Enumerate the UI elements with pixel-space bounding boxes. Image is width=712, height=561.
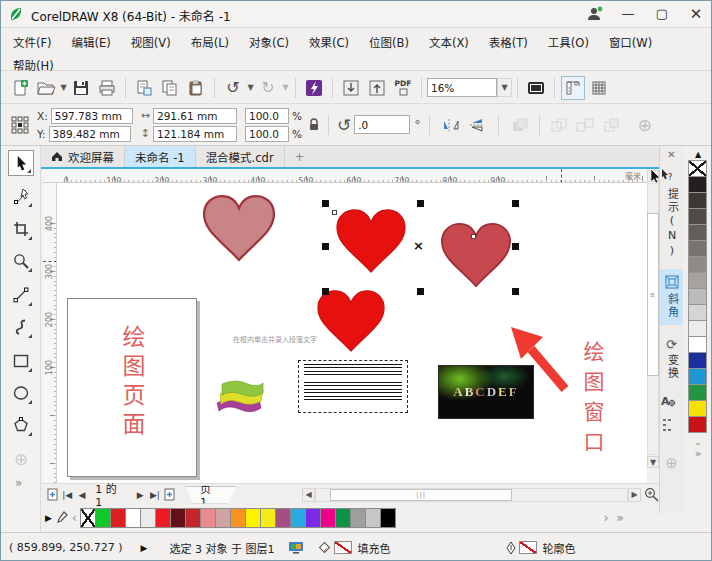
selection-handle[interactable] [322, 243, 329, 250]
zoom-level-input[interactable]: 16% [427, 78, 497, 97]
search-content-icon[interactable] [302, 76, 326, 100]
color-swatch[interactable] [170, 508, 186, 528]
object-styles-icon[interactable] [660, 418, 683, 432]
export-icon[interactable] [365, 76, 389, 100]
show-rulers-icon[interactable] [561, 76, 585, 100]
mirror-horizontal-icon[interactable] [439, 113, 463, 137]
ellipse-tool[interactable] [8, 380, 34, 406]
last-page-button[interactable]: ▶| [148, 487, 163, 502]
fullscreen-preview-icon[interactable] [524, 76, 548, 100]
open-dropdown-caret[interactable]: ▼ [59, 83, 68, 92]
add-docker-button[interactable]: ⊕ [660, 454, 683, 472]
color-swatch[interactable] [125, 508, 141, 528]
palette-overflow-chevron[interactable]: » [617, 511, 624, 525]
freehand-tool[interactable] [8, 282, 34, 308]
color-swatch[interactable] [320, 508, 336, 528]
color-swatch[interactable] [380, 508, 396, 528]
hints-icon[interactable]: ? [660, 160, 683, 182]
docker-close-icon[interactable]: ✕ [660, 146, 683, 160]
heart-shape-dusty[interactable] [201, 193, 277, 263]
next-page-button[interactable]: ▶ [133, 487, 148, 502]
hscroll-right-button[interactable]: ▶ [628, 488, 641, 502]
undo-icon[interactable]: ↺ [221, 76, 245, 100]
to-front-icon[interactable] [508, 113, 532, 137]
new-document-icon[interactable] [8, 76, 32, 100]
copy-icon[interactable] [158, 76, 182, 100]
paste-icon[interactable] [184, 76, 208, 100]
color-proof-icon[interactable] [288, 541, 304, 554]
cut-icon[interactable] [132, 76, 156, 100]
color-swatch[interactable] [365, 508, 381, 528]
add-page-before-icon[interactable] [45, 487, 60, 502]
rotation-angle-input[interactable]: .0 [354, 115, 410, 134]
selection-handle[interactable] [322, 288, 329, 295]
selection-handle[interactable] [512, 288, 519, 295]
palette-scroll-right-chevron[interactable]: › [604, 511, 609, 525]
width-input[interactable]: 291.61 mm [153, 108, 237, 124]
palette-scroll-left-chevron[interactable]: ‹ [72, 511, 77, 525]
docker-tab-bevel-active[interactable]: 斜角 [660, 269, 683, 325]
open-document-icon[interactable] [34, 76, 58, 100]
menu-item[interactable]: 工具(O) [538, 31, 599, 53]
menu-item[interactable]: 表格(T) [479, 31, 538, 53]
palette-overflow-chevron[interactable]: » [683, 447, 712, 460]
selection-handle[interactable] [512, 200, 519, 207]
color-swatch[interactable] [245, 508, 261, 528]
menu-item[interactable]: 效果(C) [299, 31, 359, 53]
zoom-tool[interactable] [8, 248, 34, 274]
tab-blend-mode-document[interactable]: 混合模式.cdr [196, 146, 285, 167]
no-color-swatch[interactable] [80, 508, 96, 528]
new-tab-button[interactable]: + [285, 146, 315, 167]
menu-item[interactable]: 编辑(E) [62, 31, 121, 53]
undo-dropdown-caret[interactable]: ▼ [246, 83, 255, 92]
color-swatch[interactable] [688, 416, 707, 433]
heart-shape-red-selected[interactable] [334, 205, 408, 277]
horizontal-ruler[interactable]: 0100200300400500600700800900 毫米 [43, 169, 647, 183]
color-swatch[interactable] [215, 508, 231, 528]
color-swatch[interactable] [200, 508, 216, 528]
color-swatch[interactable] [688, 208, 707, 225]
color-swatch[interactable] [688, 368, 707, 385]
hscroll-track[interactable]: ||| [315, 488, 628, 502]
vscroll-thumb[interactable]: ≡ [647, 213, 659, 376]
rectangle-tool[interactable] [8, 348, 34, 374]
redo-dropdown-caret[interactable]: ▼ [281, 83, 290, 92]
fill-color-swatch[interactable] [334, 541, 352, 554]
color-swatch[interactable] [185, 508, 201, 528]
add-tool-button[interactable]: ⊕ [8, 446, 34, 472]
crop-tool[interactable] [8, 216, 34, 242]
no-color-swatch[interactable] [688, 160, 707, 177]
color-swatch[interactable] [95, 508, 111, 528]
add-page-after-icon[interactable] [162, 487, 177, 502]
y-position-input[interactable]: 389.482 mm [49, 126, 131, 142]
show-grid-icon[interactable] [587, 76, 611, 100]
tab-welcome-screen[interactable]: 欢迎屏幕 [41, 146, 125, 167]
shape-tool[interactable] [8, 183, 34, 209]
vscroll-down-button[interactable]: ▼ [647, 456, 659, 468]
close-button[interactable]: ✕ [681, 4, 711, 24]
vertical-ruler[interactable]: 400300200100 [43, 183, 57, 483]
first-page-button[interactable]: |◀ [60, 487, 75, 502]
redo-icon[interactable]: ↻ [256, 76, 280, 100]
palette-eyedropper-icon[interactable] [56, 511, 68, 525]
polygon-tool[interactable] [8, 412, 34, 438]
selection-handle[interactable] [417, 288, 424, 295]
menu-item[interactable]: 文件(F) [3, 31, 62, 53]
scale-x-input[interactable]: 100.0 [245, 108, 289, 124]
color-swatch[interactable] [110, 508, 126, 528]
scale-y-input[interactable]: 100.0 [245, 126, 289, 142]
mirror-vertical-icon[interactable] [465, 113, 489, 137]
color-swatch[interactable] [230, 508, 246, 528]
x-position-input[interactable]: 597.783 mm [51, 108, 133, 124]
selection-handle[interactable] [417, 200, 424, 207]
color-swatch[interactable] [688, 272, 707, 289]
status-expand-arrow[interactable]: ▶ [141, 543, 148, 553]
hscroll-thumb[interactable]: ||| [330, 489, 512, 501]
artistic-media-tool[interactable] [8, 314, 34, 340]
print-icon[interactable] [95, 76, 119, 100]
hscroll-left-button[interactable]: ◀ [302, 488, 315, 502]
color-swatch[interactable] [688, 352, 707, 369]
color-swatch[interactable] [290, 508, 306, 528]
group-icon[interactable] [547, 113, 571, 137]
text-properties-icon[interactable]: A [660, 394, 683, 408]
